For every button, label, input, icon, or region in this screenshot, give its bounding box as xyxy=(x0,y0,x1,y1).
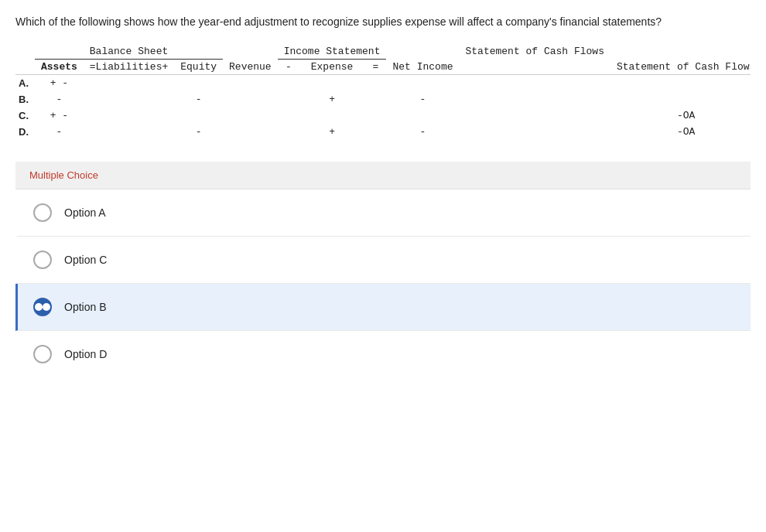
col-empty-label xyxy=(15,60,35,75)
col-cash-flows-header2: Statement of Cash Flows xyxy=(610,60,751,75)
mc-options-container: Option AOption COption BOption D xyxy=(15,189,751,377)
mc-option-b[interactable]: Option B xyxy=(15,284,751,331)
option-label-b: Option B xyxy=(64,301,106,313)
radio-d[interactable] xyxy=(33,345,52,363)
income-statement-header: Income Statement xyxy=(278,44,387,60)
col-expense-header: Expense xyxy=(299,60,364,75)
col-net-income-header: Net Income xyxy=(386,60,459,75)
col-empty2 xyxy=(386,44,459,60)
col-assets-header: Assets xyxy=(35,60,84,75)
col-empty3 xyxy=(460,60,610,75)
mc-option-c[interactable]: Option C xyxy=(15,237,751,284)
col-empty1 xyxy=(223,44,278,60)
multiple-choice-section: Multiple Choice Option AOption COption B… xyxy=(15,162,751,377)
col-dash-header: - xyxy=(278,60,299,75)
table-row: C.+ --OA xyxy=(15,107,751,124)
table-row: B.--+- xyxy=(15,91,751,107)
mc-option-a[interactable]: Option A xyxy=(15,189,751,237)
option-label-d: Option D xyxy=(64,348,107,360)
financial-table: Balance Sheet Income Statement Statement… xyxy=(15,44,751,140)
col-liabilities-header: =Liabilities+ xyxy=(84,60,174,75)
col-eq2-header: = xyxy=(364,60,386,75)
mc-header: Multiple Choice xyxy=(15,162,751,189)
option-label-a: Option A xyxy=(64,206,106,219)
table-row: A.+ - xyxy=(15,75,751,92)
radio-b[interactable] xyxy=(33,298,52,316)
radio-c[interactable] xyxy=(33,251,52,269)
table-row: D.--+--OA xyxy=(15,124,751,140)
col-equity-header: Equity xyxy=(174,60,223,75)
radio-a[interactable] xyxy=(33,203,52,222)
mc-option-d[interactable]: Option D xyxy=(15,331,751,377)
col-cash-flows-header: Statement of Cash Flows xyxy=(460,44,610,60)
balance-sheet-header: Balance Sheet xyxy=(35,44,223,60)
col-label-empty xyxy=(15,44,35,60)
option-label-c: Option C xyxy=(64,254,107,266)
col-revenue-header: Revenue xyxy=(223,60,278,75)
question-text: Which of the following shows how the yea… xyxy=(15,14,751,30)
